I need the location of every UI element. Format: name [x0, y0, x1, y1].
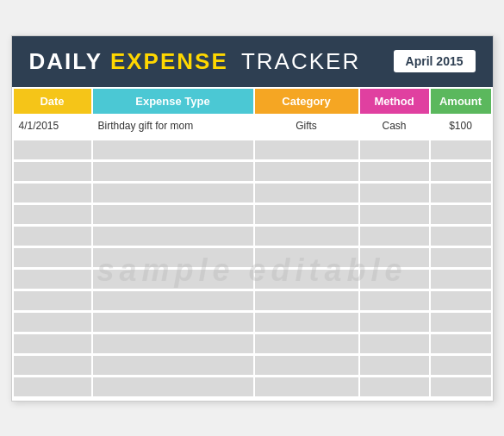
cell-category[interactable]	[255, 205, 358, 224]
cell-amount[interactable]	[431, 313, 491, 332]
cell-expense[interactable]	[93, 270, 253, 289]
cell-amount[interactable]	[431, 227, 491, 246]
cell-amount[interactable]: $100	[431, 115, 491, 136]
cell-expense[interactable]	[93, 377, 253, 396]
table-row	[14, 227, 491, 246]
cell-expense[interactable]	[93, 334, 253, 353]
cell-amount[interactable]	[431, 356, 491, 375]
header: DAILY EXPENSE TRACKER April 2015	[12, 36, 493, 87]
table-row	[14, 140, 491, 159]
cell-expense[interactable]	[93, 356, 253, 375]
cell-category[interactable]	[255, 291, 358, 310]
cell-amount[interactable]	[431, 377, 491, 396]
cell-method[interactable]	[360, 162, 429, 181]
table-row	[14, 162, 491, 181]
header-title: DAILY EXPENSE TRACKER	[29, 48, 361, 75]
table-row	[14, 377, 491, 396]
cell-expense[interactable]	[93, 291, 253, 310]
cell-method[interactable]	[360, 377, 429, 396]
cell-amount[interactable]	[431, 291, 491, 310]
cell-category[interactable]	[255, 334, 358, 353]
cell-date[interactable]	[14, 205, 91, 224]
title-daily: DAILY	[29, 48, 103, 74]
table-row	[14, 248, 491, 267]
title-expense: EXPENSE	[110, 48, 228, 74]
cell-expense[interactable]	[93, 205, 253, 224]
table-row	[14, 270, 491, 289]
cell-date[interactable]	[14, 291, 91, 310]
table-row	[14, 205, 491, 224]
cell-amount[interactable]	[431, 205, 491, 224]
cell-method[interactable]	[360, 291, 429, 310]
cell-category[interactable]	[255, 377, 358, 396]
col-header-amount: Amount	[431, 89, 491, 114]
cell-category[interactable]: Gifts	[255, 115, 358, 136]
cell-amount[interactable]	[431, 184, 491, 202]
cell-category[interactable]	[255, 313, 358, 332]
cell-date[interactable]	[14, 356, 91, 375]
cell-category[interactable]	[255, 356, 358, 375]
cell-date[interactable]	[14, 140, 91, 159]
table-row	[14, 334, 491, 353]
cell-category[interactable]	[255, 227, 358, 246]
cell-expense[interactable]	[93, 248, 253, 267]
col-header-expense: Expense Type	[93, 89, 253, 114]
cell-amount[interactable]	[431, 270, 491, 289]
cell-expense[interactable]	[93, 184, 253, 202]
cell-method[interactable]	[360, 334, 429, 353]
table-body: 4/1/2015 Birthday gift for mom Gifts Cas…	[12, 114, 493, 140]
cell-amount[interactable]	[431, 140, 491, 159]
rows-wrapper: sample editable	[12, 140, 493, 401]
col-header-category: Category	[255, 89, 358, 114]
cell-date[interactable]	[14, 270, 91, 289]
table-row	[14, 291, 491, 310]
cell-date[interactable]: 4/1/2015	[14, 115, 91, 136]
cell-method[interactable]	[360, 356, 429, 375]
cell-category[interactable]	[255, 184, 358, 202]
col-header-method: Method	[360, 89, 429, 114]
cell-category[interactable]	[255, 270, 358, 289]
cell-category[interactable]	[255, 248, 358, 267]
cell-expense[interactable]	[93, 140, 253, 159]
cell-method[interactable]	[360, 248, 429, 267]
cell-date[interactable]	[14, 248, 91, 267]
cell-expense[interactable]: Birthday gift for mom	[93, 115, 253, 136]
cell-method[interactable]	[360, 184, 429, 202]
cell-method[interactable]	[360, 205, 429, 224]
cell-expense[interactable]	[93, 162, 253, 181]
cell-category[interactable]	[255, 162, 358, 181]
column-headers: Date Expense Type Category Method Amount	[12, 87, 493, 114]
table-row: 4/1/2015 Birthday gift for mom Gifts Cas…	[14, 115, 491, 136]
cell-method[interactable]	[360, 313, 429, 332]
table-row	[14, 184, 491, 202]
cell-date[interactable]	[14, 313, 91, 332]
cell-amount[interactable]	[431, 334, 491, 353]
header-date: April 2015	[394, 50, 476, 72]
cell-method[interactable]	[360, 227, 429, 246]
cell-category[interactable]	[255, 140, 358, 159]
title-tracker: TRACKER	[241, 48, 360, 74]
cell-date[interactable]	[14, 162, 91, 181]
table-row	[14, 356, 491, 375]
cell-amount[interactable]	[431, 248, 491, 267]
cell-expense[interactable]	[93, 227, 253, 246]
cell-date[interactable]	[14, 334, 91, 353]
tracker-container: DAILY EXPENSE TRACKER April 2015 Date Ex…	[11, 35, 494, 402]
cell-method[interactable]	[360, 140, 429, 159]
cell-method[interactable]	[360, 270, 429, 289]
col-header-date: Date	[14, 89, 91, 114]
table-row	[14, 313, 491, 332]
cell-date[interactable]	[14, 227, 91, 246]
cell-method[interactable]: Cash	[360, 115, 429, 136]
cell-date[interactable]	[14, 377, 91, 396]
cell-amount[interactable]	[431, 162, 491, 181]
cell-expense[interactable]	[93, 313, 253, 332]
cell-date[interactable]	[14, 184, 91, 202]
